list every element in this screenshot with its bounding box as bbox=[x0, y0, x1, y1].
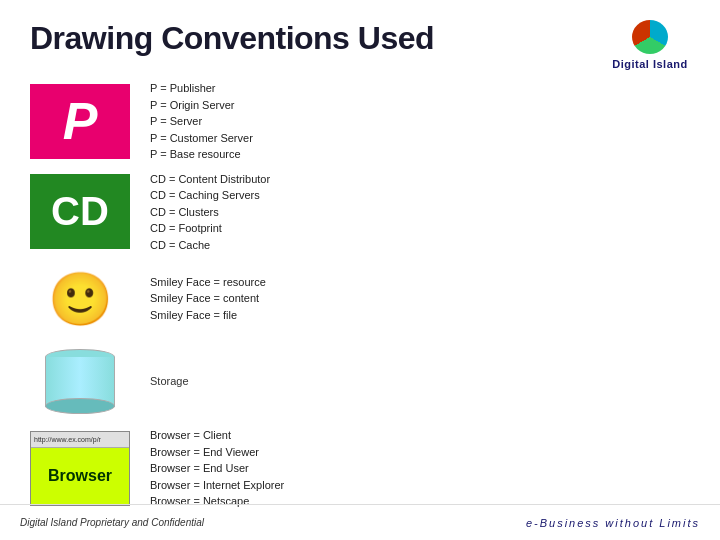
row-cd: CD CD = Content Distributor CD = Caching… bbox=[30, 171, 690, 254]
smiley-box: 🙂 bbox=[30, 261, 130, 336]
row-browser: http://www.ex.com/p/r Browser Browser = … bbox=[30, 427, 690, 510]
cd-desc-1: CD = Content Distributor bbox=[150, 171, 690, 188]
smiley-desc-1: Smiley Face = resource bbox=[150, 274, 690, 291]
pink-p-box: P bbox=[30, 84, 130, 159]
browser-symbol-box: http://www.ex.com/p/r Browser bbox=[30, 431, 130, 506]
cd-descriptions: CD = Content Distributor CD = Caching Se… bbox=[150, 171, 690, 254]
storage-descriptions: Storage bbox=[150, 373, 690, 390]
browser-desc-2: Browser = End Viewer bbox=[150, 444, 690, 461]
p-letter: P bbox=[63, 91, 98, 151]
browser-desc-4: Browser = Internet Explorer bbox=[150, 477, 690, 494]
cd-desc-2: CD = Caching Servers bbox=[150, 187, 690, 204]
browser-desc-1: Browser = Client bbox=[150, 427, 690, 444]
p-desc-3: P = Server bbox=[150, 113, 690, 130]
smiley-desc-3: Smiley Face = file bbox=[150, 307, 690, 324]
cd-letter: CD bbox=[51, 189, 109, 234]
row-storage: Storage bbox=[30, 344, 690, 419]
cylinder-icon bbox=[45, 349, 115, 414]
footer-left-text: Digital Island Proprietary and Confident… bbox=[20, 517, 204, 528]
footer-right-text: e-Business without Limits bbox=[526, 517, 700, 529]
browser-content-area: Browser bbox=[31, 448, 129, 505]
logo-icon bbox=[632, 20, 668, 54]
symbol-cd-box: CD bbox=[30, 174, 130, 249]
cd-desc-5: CD = Cache bbox=[150, 237, 690, 254]
slide-header: Drawing Conventions Used Digital Island bbox=[30, 20, 690, 70]
p-desc-1: P = Publisher bbox=[150, 80, 690, 97]
smiley-icon: 🙂 bbox=[48, 273, 113, 325]
cylinder-bottom bbox=[45, 398, 115, 414]
slide-footer: Digital Island Proprietary and Confident… bbox=[0, 504, 720, 540]
row-smiley: 🙂 Smiley Face = resource Smiley Face = c… bbox=[30, 261, 690, 336]
browser-url-bar: http://www.ex.com/p/r bbox=[31, 432, 129, 448]
row-p: P P = Publisher P = Origin Server P = Se… bbox=[30, 80, 690, 163]
p-desc-2: P = Origin Server bbox=[150, 97, 690, 114]
cd-desc-4: CD = Footprint bbox=[150, 220, 690, 237]
green-cd-box: CD bbox=[30, 174, 130, 249]
logo-text: Digital Island bbox=[612, 58, 687, 70]
storage-symbol-box bbox=[30, 344, 130, 419]
symbol-p-box: P bbox=[30, 84, 130, 159]
smiley-descriptions: Smiley Face = resource Smiley Face = con… bbox=[150, 274, 690, 324]
browser-icon: http://www.ex.com/p/r Browser bbox=[30, 431, 130, 506]
browser-desc-3: Browser = End User bbox=[150, 460, 690, 477]
content-area: P P = Publisher P = Origin Server P = Se… bbox=[30, 80, 690, 510]
p-desc-4: P = Customer Server bbox=[150, 130, 690, 147]
smiley-desc-2: Smiley Face = content bbox=[150, 290, 690, 307]
slide: Drawing Conventions Used Digital Island … bbox=[0, 0, 720, 540]
slide-title: Drawing Conventions Used bbox=[30, 20, 434, 57]
p-descriptions: P = Publisher P = Origin Server P = Serv… bbox=[150, 80, 690, 163]
cd-desc-3: CD = Clusters bbox=[150, 204, 690, 221]
browser-descriptions: Browser = Client Browser = End Viewer Br… bbox=[150, 427, 690, 510]
storage-desc-1: Storage bbox=[150, 373, 690, 390]
logo: Digital Island bbox=[610, 20, 690, 70]
p-desc-5: P = Base resource bbox=[150, 146, 690, 163]
